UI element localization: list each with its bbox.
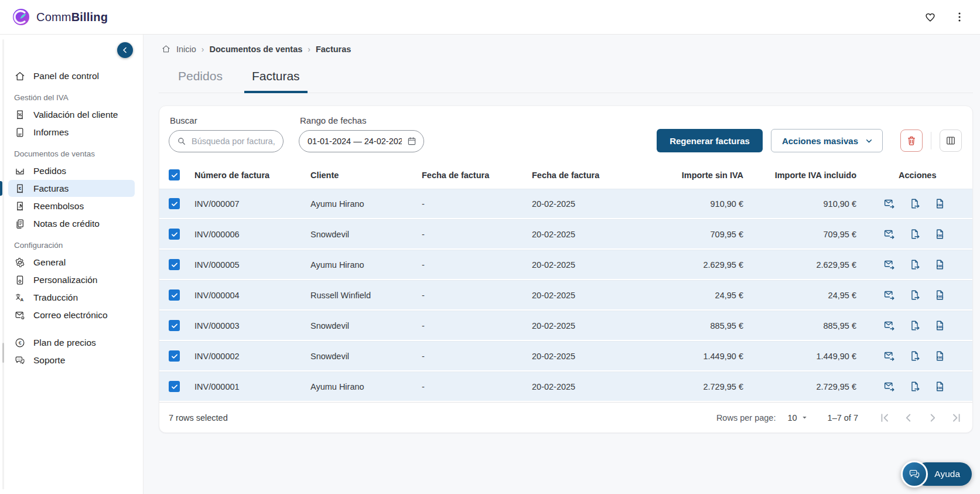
help-widget: Ayuda (901, 461, 972, 488)
sidebar-item-label: Pedidos (33, 166, 66, 176)
row-checkbox[interactable] (169, 289, 180, 301)
rows-per-page-select[interactable]: 10 (787, 413, 807, 423)
last-page-icon[interactable] (950, 411, 963, 424)
select-all-checkbox[interactable] (169, 169, 180, 180)
tab-facturas[interactable]: Facturas (244, 69, 308, 93)
sidebar-item-traduccion[interactable]: Traducción (8, 289, 135, 306)
previous-page-icon[interactable] (902, 411, 915, 424)
send-email-icon[interactable] (883, 228, 896, 240)
cell-invoice-date-2: 20-02-2025 (527, 199, 638, 209)
row-checkbox[interactable] (169, 259, 180, 270)
column-header-fecha-1: Fecha de factura (417, 171, 527, 180)
check-icon (170, 230, 179, 239)
cell-gross-amount: 885,95 € (743, 321, 856, 331)
row-checkbox[interactable] (169, 198, 180, 209)
column-header-importe-iva-incluido: Importe IVA incluido (743, 171, 856, 180)
help-chat-button[interactable] (901, 461, 928, 488)
table-row[interactable]: INV/000007 Ayumu Hirano - 20-02-2025 910… (159, 189, 972, 219)
export-document-icon[interactable] (909, 258, 921, 271)
sidebar-item-general[interactable]: General (8, 254, 135, 271)
app-logo[interactable]: CommBilling (12, 8, 108, 26)
xml-file-icon[interactable] (934, 319, 946, 332)
export-document-icon[interactable] (909, 289, 921, 301)
manage-columns-button[interactable] (940, 130, 962, 152)
sidebar-section-title: Configuración (14, 241, 129, 250)
xml-file-icon[interactable] (934, 258, 946, 271)
credit-note-icon (14, 218, 26, 230)
sidebar-scrollbar-thumb[interactable] (2, 343, 4, 363)
xml-file-icon[interactable] (934, 197, 946, 210)
row-checkbox[interactable] (169, 229, 180, 240)
tab-pedidos[interactable]: Pedidos (170, 69, 230, 93)
table-row[interactable]: INV/000002 Snowdevil - 20-02-2025 1.449,… (159, 341, 972, 372)
sidebar-item-personalizacion[interactable]: Personalización (8, 271, 135, 288)
export-document-icon[interactable] (909, 197, 921, 210)
regenerate-invoices-button[interactable]: Regenerar facturas (657, 129, 763, 152)
cell-gross-amount: 709,95 € (743, 230, 856, 239)
xml-file-icon[interactable] (934, 289, 946, 301)
breadcrumb-separator: › (202, 45, 204, 54)
favorites-heart-icon[interactable] (924, 11, 937, 23)
cell-net-amount: 910,90 € (638, 199, 743, 209)
sidebar-item-soporte[interactable]: Soporte (8, 352, 135, 369)
first-page-icon[interactable] (878, 411, 891, 424)
bulk-actions-button[interactable]: Acciones masivas (771, 129, 883, 152)
cell-net-amount: 2.729,95 € (638, 382, 743, 391)
sidebar-item-pedidos[interactable]: Pedidos (8, 162, 135, 179)
topbar: CommBilling (0, 0, 980, 35)
send-email-icon[interactable] (883, 258, 896, 271)
send-email-icon[interactable] (883, 350, 896, 362)
table-row[interactable]: INV/000001 Ayumu Hirano - 20-02-2025 2.7… (159, 372, 972, 402)
row-checkbox[interactable] (169, 350, 180, 362)
date-range-label: Rango de fechas (300, 115, 424, 125)
sidebar-item-facturas[interactable]: Facturas (8, 180, 135, 197)
send-email-icon[interactable] (883, 289, 896, 301)
search-input[interactable] (192, 137, 276, 146)
table-row[interactable]: INV/000003 Snowdevil - 20-02-2025 885,95… (159, 311, 972, 341)
brand-name: CommBilling (36, 11, 108, 24)
refund-receipt-icon (14, 200, 26, 212)
sidebar-item-informes[interactable]: Informes (8, 124, 135, 141)
sidebar-item-correo-electronico[interactable]: Correo electrónico (8, 306, 135, 323)
table-row[interactable]: INV/000004 Russell Winfield - 20-02-2025… (159, 280, 972, 311)
export-document-icon[interactable] (909, 228, 921, 240)
table-row[interactable]: INV/000005 Ayumu Hirano - 20-02-2025 2.6… (159, 250, 972, 280)
export-document-icon[interactable] (909, 319, 921, 332)
send-email-icon[interactable] (883, 380, 896, 393)
xml-file-icon[interactable] (934, 228, 946, 240)
date-range-input[interactable]: 01-01-2024 — 24-02-202 (299, 130, 424, 152)
sidebar-item-panel-de-control[interactable]: Panel de control (8, 67, 135, 84)
sidebar-collapse-button[interactable] (117, 42, 133, 58)
kebab-menu-icon[interactable] (953, 11, 966, 23)
sidebar-item-plan-de-precios[interactable]: Plan de precios (8, 334, 135, 351)
orders-tray-icon (14, 165, 26, 177)
export-document-icon[interactable] (909, 350, 921, 362)
next-page-icon[interactable] (926, 411, 939, 424)
cell-gross-amount: 2.729,95 € (743, 382, 856, 391)
breadcrumb-facturas[interactable]: Facturas (316, 45, 351, 54)
send-email-icon[interactable] (883, 197, 896, 210)
cell-invoice-number: INV/000002 (190, 352, 306, 361)
xml-file-icon[interactable] (934, 380, 946, 393)
breadcrumb-documentos-de-ventas[interactable]: Documentos de ventas (210, 45, 303, 54)
export-document-icon[interactable] (909, 380, 921, 393)
check-icon (170, 200, 179, 208)
row-checkbox[interactable] (169, 381, 180, 392)
sidebar-item-label: Notas de crédito (33, 219, 100, 229)
cell-invoice-date: - (417, 352, 527, 361)
xml-file-icon[interactable] (934, 350, 946, 362)
breadcrumb-inicio[interactable]: Inicio (176, 45, 196, 54)
table-row[interactable]: INV/000006 Snowdevil - 20-02-2025 709,95… (159, 219, 972, 250)
cell-gross-amount: 1.449,90 € (743, 352, 856, 361)
check-icon (170, 291, 179, 299)
dropdown-arrow-icon (801, 414, 808, 421)
row-checkbox[interactable] (169, 320, 180, 331)
sidebar-item-reembolsos[interactable]: Reembolsos (8, 197, 135, 214)
sidebar-item-notas-de-credito[interactable]: Notas de crédito (8, 215, 135, 232)
mail-settings-icon (14, 309, 26, 321)
sidebar-item-validacion-del-cliente[interactable]: Validación del cliente (8, 106, 135, 123)
breadcrumb-separator: › (308, 45, 310, 54)
send-email-icon[interactable] (883, 319, 896, 332)
delete-selected-button[interactable] (900, 130, 923, 152)
cell-net-amount: 885,95 € (638, 321, 743, 331)
